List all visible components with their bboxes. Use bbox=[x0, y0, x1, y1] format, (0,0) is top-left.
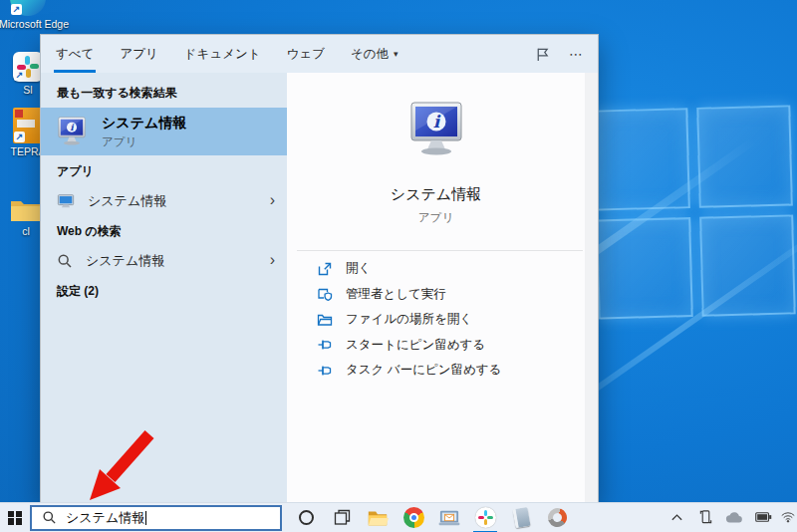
detail-subtitle: アプリ bbox=[287, 210, 585, 225]
windows-wallpaper-logo bbox=[593, 105, 795, 319]
mail-app-icon bbox=[438, 508, 460, 528]
action-label: 開く bbox=[346, 260, 371, 277]
shortcut-arrow-icon: ↗ bbox=[14, 132, 25, 142]
pin-icon bbox=[317, 337, 333, 353]
logo-pane bbox=[593, 108, 689, 210]
tab-all[interactable]: すべて bbox=[56, 35, 94, 73]
windows-logo-icon bbox=[8, 511, 22, 525]
onedrive-tray-button[interactable] bbox=[723, 502, 745, 532]
tepra-mark bbox=[15, 110, 23, 118]
action-label: ファイルの場所を開く bbox=[346, 311, 472, 328]
chevron-right-icon: › bbox=[270, 250, 275, 268]
system-info-icon: i bbox=[55, 115, 89, 148]
tab-label: アプリ bbox=[120, 46, 157, 63]
wifi-icon bbox=[781, 510, 795, 524]
taskbar-task-view-button[interactable] bbox=[324, 503, 360, 532]
apps-result-system-info[interactable]: システム情報 › bbox=[41, 186, 287, 215]
best-match-header: 最も一致する検索結果 bbox=[41, 73, 287, 108]
chevron-right-icon: › bbox=[270, 190, 275, 208]
red-annotation-arrow bbox=[78, 428, 167, 508]
taskbar-chrome-button[interactable] bbox=[396, 503, 431, 532]
slack-shortcut-icon: ↗ bbox=[13, 52, 43, 82]
tab-web[interactable]: ウェブ bbox=[287, 35, 325, 73]
action-label: 管理者として実行 bbox=[346, 286, 446, 303]
tab-label: ドキュメント bbox=[184, 46, 261, 63]
cloud-icon bbox=[725, 511, 743, 523]
logo-pane bbox=[699, 214, 796, 317]
taskbar-search-box[interactable]: システム情報 bbox=[30, 505, 282, 531]
taskbar-circular-logo-app-button[interactable] bbox=[539, 503, 575, 532]
action-pin-to-taskbar[interactable]: タスク バーにピン留めする bbox=[317, 358, 575, 384]
taskbar-mail-app-button[interactable] bbox=[431, 503, 467, 532]
web-result-system-info[interactable]: システム情報 › bbox=[41, 246, 287, 275]
start-button[interactable] bbox=[0, 503, 30, 532]
open-icon bbox=[317, 261, 333, 277]
best-match-result-system-info[interactable]: i システム情報 アプリ bbox=[41, 108, 287, 155]
wifi-tray-button[interactable] bbox=[781, 502, 795, 532]
taskbar-file-explorer-button[interactable] bbox=[360, 503, 396, 532]
tab-label: ウェブ bbox=[287, 46, 325, 63]
circular-logo-icon bbox=[545, 505, 569, 529]
battery-icon bbox=[755, 511, 772, 523]
action-label: スタートにピン留めする bbox=[346, 337, 485, 354]
best-match-title: システム情報 bbox=[102, 115, 186, 133]
pin-icon bbox=[317, 363, 333, 379]
action-open-file-location[interactable]: ファイルの場所を開く bbox=[317, 307, 575, 333]
shortcut-arrow-icon: ↗ bbox=[11, 4, 22, 15]
folder-icon bbox=[9, 197, 43, 223]
chrome-icon bbox=[403, 507, 424, 528]
best-match-subtitle: アプリ bbox=[102, 134, 186, 149]
scrollbar-track[interactable] bbox=[585, 73, 598, 502]
shortcut-arrow-icon: ↗ bbox=[14, 70, 25, 81]
folder-open-icon bbox=[317, 312, 333, 328]
system-info-large-icon: i bbox=[404, 98, 468, 161]
taskbar-notebook-app-button[interactable] bbox=[503, 503, 539, 532]
tab-more[interactable]: その他▾ bbox=[351, 35, 398, 73]
tab-label: すべて bbox=[56, 46, 94, 63]
logo-pane bbox=[696, 105, 793, 207]
tepra-band bbox=[17, 120, 35, 128]
web-result-label: システム情報 bbox=[86, 252, 164, 270]
your-phone-tray-button[interactable] bbox=[694, 502, 716, 532]
tepra-icon: ↗ bbox=[13, 108, 43, 143]
task-view-icon bbox=[334, 509, 351, 526]
logo-pane bbox=[596, 217, 692, 320]
apps-result-label: システム情報 bbox=[88, 192, 166, 210]
battery-tray-button[interactable] bbox=[752, 502, 774, 532]
action-pin-to-start[interactable]: スタートにピン留めする bbox=[317, 333, 575, 359]
notebook-icon bbox=[512, 507, 530, 528]
taskbar-slack-button[interactable] bbox=[467, 503, 503, 532]
text-caret bbox=[145, 511, 146, 525]
cortana-icon bbox=[299, 510, 314, 525]
search-icon bbox=[57, 253, 73, 269]
feedback-icon[interactable] bbox=[534, 46, 551, 63]
action-run-as-administrator[interactable]: 管理者として実行 bbox=[317, 282, 575, 308]
more-options-icon[interactable]: ⋯ bbox=[569, 46, 584, 62]
system-tray bbox=[665, 502, 797, 532]
apps-section-header: アプリ bbox=[41, 155, 287, 186]
search-icon bbox=[42, 510, 57, 525]
search-tab-bar: すべて アプリ ドキュメント ウェブ その他▾ ⋯ bbox=[41, 35, 598, 73]
shield-icon bbox=[317, 286, 333, 302]
chevron-down-icon: ▾ bbox=[394, 49, 398, 59]
action-open[interactable]: 開く bbox=[317, 256, 575, 282]
file-explorer-icon bbox=[367, 507, 389, 529]
desktop: ↗ Microsoft Edge ↗ Sl ↗ TEPRA bbox=[0, 0, 797, 532]
phone-icon bbox=[698, 509, 713, 525]
search-input-value: システム情報 bbox=[66, 509, 144, 527]
app-monitor-icon bbox=[57, 192, 75, 210]
detail-title: システム情報 bbox=[287, 185, 585, 204]
taskbar-cortana-button[interactable] bbox=[288, 503, 324, 532]
chevron-up-icon bbox=[670, 512, 683, 522]
tab-documents[interactable]: ドキュメント bbox=[184, 35, 261, 73]
web-search-header: Web の検索 bbox=[41, 215, 287, 246]
settings-section-header: 設定 (2) bbox=[41, 275, 287, 306]
tab-label: その他 bbox=[351, 46, 389, 63]
edge-icon: ↗ bbox=[10, 0, 46, 16]
desktop-icon-microsoft-edge[interactable]: ↗ Microsoft Edge bbox=[0, 0, 57, 30]
slack-icon bbox=[475, 507, 496, 528]
action-label: タスク バーにピン留めする bbox=[346, 362, 501, 379]
show-hidden-icons-button[interactable] bbox=[665, 502, 687, 532]
search-detail-panel: i システム情報 アプリ 開く bbox=[287, 73, 598, 502]
tab-apps[interactable]: アプリ bbox=[120, 35, 157, 73]
